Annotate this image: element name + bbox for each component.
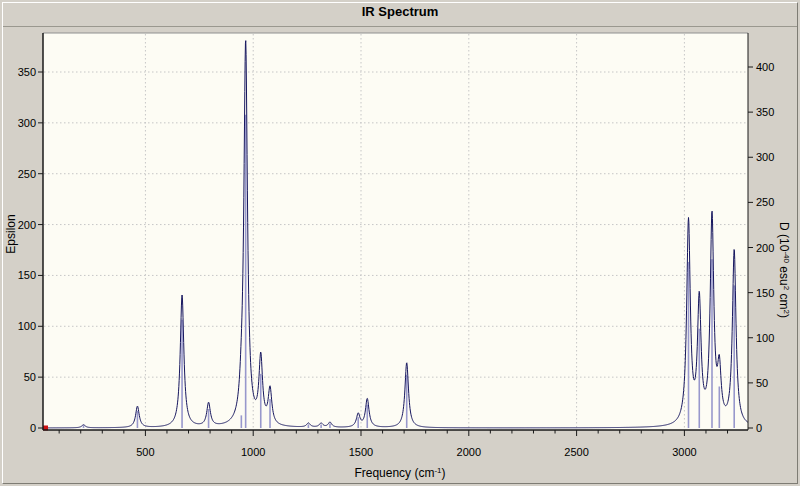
y-right-tick-label: 250 — [756, 196, 774, 208]
y-right-tick-label: 300 — [756, 151, 774, 163]
x-tick-label: 500 — [136, 446, 154, 458]
y-right-tick-label: 0 — [756, 422, 762, 434]
x-axis-label: Frequency (cm-1) — [354, 466, 445, 480]
y-left-tick-label: 300 — [18, 117, 36, 129]
y-left-tick-label: 250 — [18, 168, 36, 180]
spectrum-plot: 5001000150020002500300005010015020025030… — [0, 0, 800, 486]
x-tick-label: 1500 — [349, 446, 373, 458]
x-tick-label: 3000 — [672, 446, 696, 458]
y-right-tick-label: 200 — [756, 242, 774, 254]
y-left-tick-label: 150 — [18, 269, 36, 281]
y-right-tick-label: 350 — [756, 106, 774, 118]
y-left-tick-label: 50 — [24, 371, 36, 383]
plot-area — [43, 33, 748, 430]
y-axis-right-label: D (10-40 esu2 cm2) — [777, 222, 791, 318]
y-left-tick-label: 350 — [18, 66, 36, 78]
y-axis-left-label: Epsilon — [4, 214, 18, 253]
y-left-tick-label: 0 — [30, 422, 36, 434]
x-tick-label: 1000 — [241, 446, 265, 458]
y-right-tick-label: 50 — [756, 377, 768, 389]
x-tick-label: 2000 — [457, 446, 481, 458]
y-right-tick-label: 100 — [756, 332, 774, 344]
x-tick-label: 2500 — [564, 446, 588, 458]
y-right-tick-label: 400 — [756, 61, 774, 73]
y-left-tick-label: 100 — [18, 320, 36, 332]
y-right-tick-label: 150 — [756, 287, 774, 299]
y-left-tick-label: 200 — [18, 219, 36, 231]
ir-spectrum-window: IR Spectrum 5001000150020002500300005010… — [0, 0, 800, 486]
